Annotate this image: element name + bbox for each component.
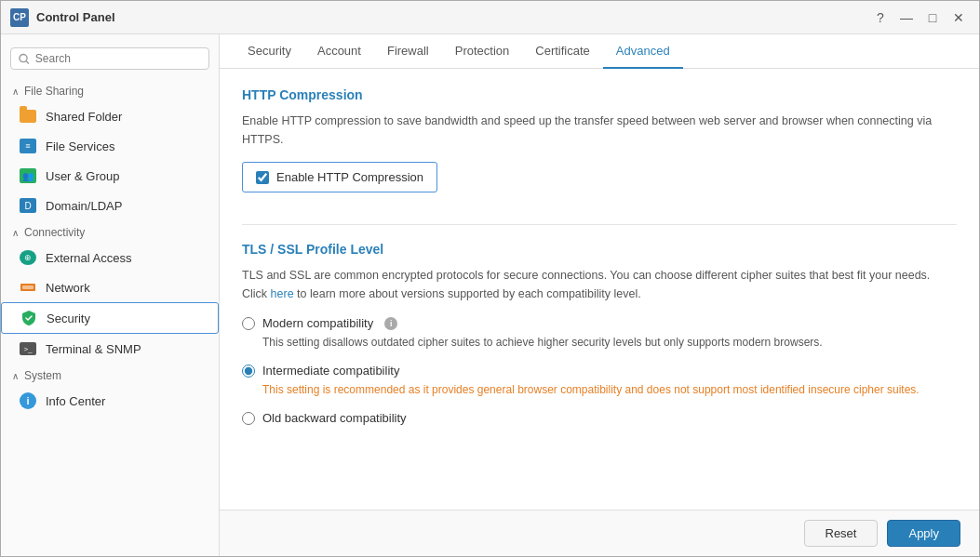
radio-item-intermediate: Intermediate compatibility This setting …: [242, 364, 957, 398]
user-group-icon: 👥: [20, 167, 36, 184]
tls-radio-group: Modern compatibility i This setting disa…: [242, 316, 957, 425]
domain-icon: D: [20, 197, 36, 214]
help-button[interactable]: ?: [869, 7, 892, 29]
radio-old[interactable]: [242, 412, 255, 425]
tab-bar: Security Account Firewall Protection Cer…: [220, 34, 979, 69]
tab-advanced[interactable]: Advanced: [603, 34, 683, 69]
tab-firewall[interactable]: Firewall: [374, 34, 442, 69]
sidebar-item-label: Domain/LDAP: [46, 199, 122, 213]
http-compression-label[interactable]: Enable HTTP Compression: [276, 170, 423, 184]
section-divider: [242, 224, 957, 225]
svg-point-0: [20, 54, 27, 61]
folder-icon: [20, 108, 36, 125]
content-area: Security Account Firewall Protection Cer…: [220, 34, 979, 556]
search-input[interactable]: [35, 52, 201, 65]
sidebar-item-security[interactable]: Security: [1, 302, 219, 334]
sidebar-item-label: Shared Folder: [46, 110, 122, 124]
title-bar: CP Control Panel ? — □ ✕: [1, 1, 979, 34]
search-icon: [19, 53, 30, 65]
tab-account[interactable]: Account: [304, 34, 374, 69]
maximize-button[interactable]: □: [921, 7, 944, 29]
network-icon: [20, 279, 36, 296]
section-system[interactable]: ∧ System: [1, 364, 219, 386]
info-tooltip-icon[interactable]: i: [384, 317, 397, 330]
sidebar-item-file-services[interactable]: File Services: [1, 131, 219, 161]
radio-intermediate[interactable]: [242, 365, 255, 378]
chevron-down-icon: ∧: [12, 228, 19, 238]
radio-modern-label[interactable]: Modern compatibility: [262, 316, 373, 330]
tab-security[interactable]: Security: [235, 34, 304, 69]
footer: Reset Apply: [220, 510, 979, 556]
app-icon: CP: [10, 8, 29, 27]
tab-protection[interactable]: Protection: [442, 34, 523, 69]
sidebar-item-external-access[interactable]: ⊕ External Access: [1, 243, 219, 272]
content-scroll[interactable]: HTTP Compression Enable HTTP compression…: [220, 69, 979, 510]
sidebar-item-info-center[interactable]: i Info Center: [1, 386, 219, 416]
tab-certificate[interactable]: Certificate: [522, 34, 603, 69]
sidebar-item-user-group[interactable]: 👥 User & Group: [1, 161, 219, 191]
tls-section-desc: TLS and SSL are common encrypted protoco…: [242, 266, 957, 303]
file-services-icon: [20, 138, 36, 154]
section-system-label: System: [24, 369, 61, 382]
radio-item-modern: Modern compatibility i This setting disa…: [242, 316, 957, 351]
close-button[interactable]: ✕: [947, 7, 970, 29]
sidebar-item-label: File Services: [46, 139, 114, 153]
chevron-down-icon: ∧: [12, 86, 19, 97]
svg-rect-3: [22, 285, 34, 289]
external-access-icon: ⊕: [20, 249, 36, 266]
radio-modern-desc: This setting disallows outdated cipher s…: [262, 334, 957, 351]
tls-section-title: TLS / SSL Profile Level: [242, 242, 957, 257]
sidebar-search-container: [1, 42, 219, 79]
sidebar: ∧ File Sharing Shared Folder File Servic…: [1, 34, 220, 556]
radio-old-label[interactable]: Old backward compatibility: [262, 411, 407, 425]
security-shield-icon: [20, 310, 37, 326]
http-compression-checkbox[interactable]: [256, 171, 269, 184]
radio-modern[interactable]: [242, 317, 255, 330]
section-file-sharing[interactable]: ∧ File Sharing: [1, 79, 219, 101]
sidebar-item-label: External Access: [46, 251, 132, 265]
section-file-sharing-label: File Sharing: [24, 85, 84, 98]
window-controls: ? — □ ✕: [869, 7, 970, 29]
chevron-down-icon: ∧: [12, 371, 19, 381]
sidebar-item-label: Security: [47, 312, 90, 325]
radio-item-old: Old backward compatibility: [242, 411, 957, 425]
apply-button[interactable]: Apply: [887, 520, 960, 547]
terminal-icon: >_: [20, 340, 36, 357]
sidebar-item-label: Info Center: [46, 394, 105, 408]
sidebar-item-terminal-snmp[interactable]: >_ Terminal & SNMP: [1, 334, 219, 364]
sidebar-item-domain-ldap[interactable]: D Domain/LDAP: [1, 191, 219, 220]
info-icon: i: [20, 392, 36, 409]
tls-desc-text2: to learn more about versions supported b…: [294, 287, 641, 300]
sidebar-item-shared-folder[interactable]: Shared Folder: [1, 101, 219, 131]
sidebar-item-label: Terminal & SNMP: [46, 342, 141, 356]
http-section-desc: Enable HTTP compression to save bandwidt…: [242, 112, 957, 149]
svg-line-1: [26, 60, 29, 63]
tls-desc-link[interactable]: here: [271, 287, 294, 300]
search-box[interactable]: [10, 47, 209, 70]
minimize-button[interactable]: —: [895, 7, 918, 29]
section-connectivity-label: Connectivity: [24, 226, 85, 239]
window-title: Control Panel: [36, 10, 115, 24]
http-compression-checkbox-container: Enable HTTP Compression: [242, 162, 437, 192]
sidebar-item-label: Network: [46, 281, 90, 295]
radio-intermediate-label[interactable]: Intermediate compatibility: [262, 364, 399, 378]
http-section-title: HTTP Compression: [242, 87, 957, 102]
reset-button[interactable]: Reset: [804, 520, 879, 547]
section-connectivity[interactable]: ∧ Connectivity: [1, 220, 219, 243]
radio-intermediate-desc: This setting is recommended as it provid…: [262, 381, 957, 398]
sidebar-item-label: User & Group: [46, 169, 119, 183]
sidebar-item-network[interactable]: Network: [1, 272, 219, 302]
